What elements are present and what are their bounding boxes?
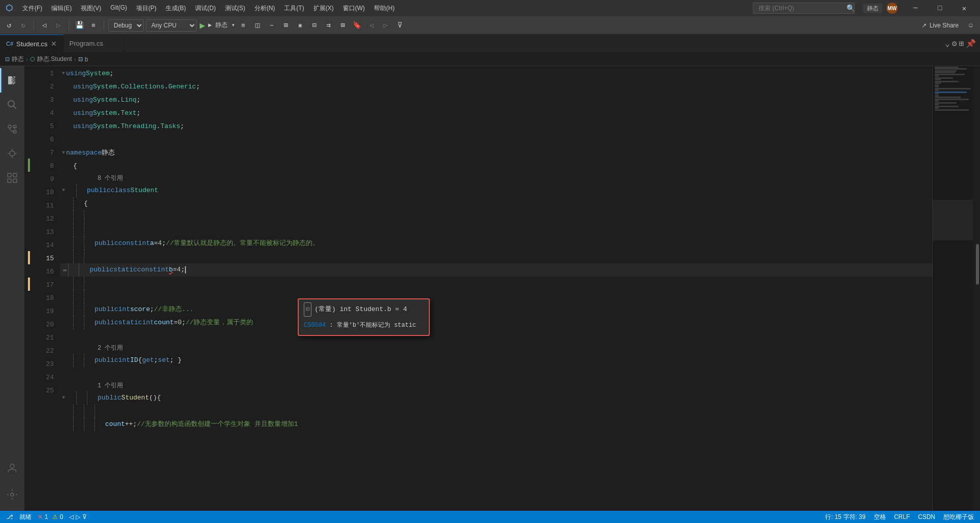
run-button[interactable]: ▶ — [200, 20, 205, 31]
menu-extensions[interactable]: 扩展(X) — [309, 2, 338, 15]
tool-btn-5[interactable]: ▣ — [294, 19, 306, 32]
tool-btn-6[interactable]: ⊟ — [308, 19, 321, 32]
ln-24[interactable]: 24 — [34, 371, 54, 384]
code-editor[interactable]: 1 2 3 4 5 6 7 8 9 10 11 12 13 14 15 16 1… — [24, 66, 980, 511]
menu-window[interactable]: 窗口(W) — [339, 2, 369, 15]
tool-btn-4[interactable]: ⊞ — [280, 19, 292, 32]
live-share-button[interactable]: ↗ Live Share — [918, 20, 963, 31]
ln-11[interactable]: 11 — [34, 199, 54, 212]
status-errors[interactable]: ✕ 1 ⚠ 0 — [38, 513, 63, 520]
fold-1[interactable]: ▼ — [62, 67, 65, 80]
redo-button[interactable]: ↻ — [17, 19, 29, 32]
ln-5[interactable]: 5 — [34, 120, 54, 133]
tool-btn-7[interactable]: ⇉ — [323, 19, 335, 32]
tool-btn-3[interactable]: ⋯ — [266, 19, 278, 32]
menu-project[interactable]: 项目(P) — [132, 2, 161, 15]
ln-21[interactable]: 21 — [34, 331, 54, 345]
menu-view[interactable]: 视图(V) — [77, 2, 105, 15]
user-avatar[interactable]: MW — [887, 3, 898, 14]
back-button[interactable]: ◁ — [38, 19, 50, 32]
minimize-button[interactable]: ─ — [904, 0, 927, 16]
fold-9[interactable]: ▼ — [62, 184, 65, 197]
status-spaces[interactable]: 空格 — [874, 513, 886, 521]
ln-9[interactable]: 9 — [34, 173, 54, 186]
menu-edit[interactable]: 编辑(E) — [47, 2, 76, 15]
menu-git[interactable]: Git(G) — [106, 2, 131, 15]
refs-22[interactable]: 1 个引用 — [98, 379, 123, 392]
bookmark-button[interactable]: 🔖 — [351, 19, 363, 32]
status-position[interactable]: 行: 15 字符: 39 — [825, 513, 865, 521]
tool-btn-1[interactable]: ⊞ — [237, 19, 249, 32]
platform-dropdown[interactable]: Any CPU — [146, 19, 197, 32]
ln-19[interactable]: 19 — [34, 305, 54, 318]
close-button[interactable]: ✕ — [953, 0, 976, 16]
minimap[interactable] — [932, 66, 973, 511]
ln-10[interactable]: 10 — [34, 186, 54, 199]
nav-prev-button[interactable]: ◁ — [365, 19, 377, 32]
run-config-label[interactable]: ▶ 静态 ▾ — [208, 21, 235, 29]
save-button[interactable]: 💾 — [73, 19, 85, 32]
ln-25[interactable]: 25 — [34, 384, 54, 397]
undo-button[interactable]: ↺ — [3, 19, 15, 32]
menu-test[interactable]: 测试(S) — [221, 2, 249, 15]
activity-search[interactable] — [0, 93, 24, 117]
maximize-button[interactable]: □ — [928, 0, 952, 16]
tab-program-cs[interactable]: Program.cs — [64, 35, 124, 52]
vertical-scrollbar[interactable] — [973, 66, 980, 511]
ln-6[interactable]: 6 — [34, 133, 54, 146]
refs-20[interactable]: 2 个引用 — [98, 342, 123, 355]
menu-tools[interactable]: 工具(T) — [280, 2, 308, 15]
debug-config-dropdown[interactable]: Debug — [108, 19, 144, 32]
search-input[interactable] — [753, 3, 855, 14]
menu-help[interactable]: 帮助(H) — [370, 2, 399, 15]
menu-build[interactable]: 生成(B) — [162, 2, 190, 15]
ln-17[interactable]: 17 — [34, 279, 54, 292]
breadcrumb-namespace[interactable]: 静态.Student — [37, 55, 72, 64]
ln-4[interactable]: 4 — [34, 107, 54, 120]
ln-23[interactable]: 23 — [34, 358, 54, 371]
scrollbar-thumb[interactable] — [976, 244, 979, 285]
status-website[interactable]: CSDN — [918, 513, 935, 520]
activity-account[interactable] — [0, 456, 24, 480]
tool-btn-8[interactable]: ⊞ — [337, 19, 349, 32]
activity-explorer[interactable] — [0, 68, 24, 93]
save-all-button[interactable]: ⊞ — [87, 19, 100, 32]
fold-23[interactable]: ▼ — [62, 391, 65, 405]
activity-settings[interactable] — [0, 482, 24, 507]
ln-2[interactable]: 2 — [34, 80, 54, 94]
breadcrumb-member[interactable]: b — [85, 56, 88, 63]
status-encoding[interactable]: CRLF — [894, 513, 910, 520]
tab-down-arrow[interactable]: ⌄ — [945, 39, 950, 49]
ln-3[interactable]: 3 — [34, 94, 54, 107]
more-tools-button[interactable]: ⊽ — [394, 19, 406, 32]
menu-file[interactable]: 文件(F) — [18, 2, 46, 15]
activity-extensions[interactable] — [0, 166, 24, 190]
status-blog[interactable]: 想吃椰子饭 — [943, 513, 974, 521]
refs-8[interactable]: 8 个引用 — [98, 172, 123, 185]
nav-next-button[interactable]: ▷ — [380, 19, 392, 32]
tab-student-cs[interactable]: C# Student.cs ✕ — [0, 35, 64, 52]
menu-debug[interactable]: 调试(D) — [191, 2, 220, 15]
forward-button[interactable]: ▷ — [52, 19, 65, 32]
tab-split-icon[interactable]: ⊞ — [959, 39, 964, 49]
ln-8[interactable]: 8 — [34, 160, 54, 173]
tab-settings-icon[interactable]: ⚙ — [952, 39, 957, 49]
menu-analyze[interactable]: 分析(N) — [250, 2, 279, 15]
ln-20[interactable]: 20 — [34, 318, 54, 331]
ln-7[interactable]: 7 — [34, 146, 54, 160]
ln-18[interactable]: 18 — [34, 292, 54, 305]
activity-debug[interactable] — [0, 141, 24, 166]
tool-btn-2[interactable]: ◫ — [251, 19, 264, 32]
ln-22[interactable]: 22 — [34, 345, 54, 358]
ln-12[interactable]: 12 — [34, 212, 54, 226]
tab-student-cs-close[interactable]: ✕ — [51, 40, 57, 47]
fold-7[interactable]: ▼ — [62, 146, 65, 160]
code-content[interactable]: ▼ using System ; using System . Collecti… — [60, 66, 932, 511]
activity-git[interactable] — [0, 117, 24, 141]
breadcrumb-file[interactable]: 静态 — [12, 55, 24, 64]
status-nav[interactable]: ◁ ▷ ⊽ — [69, 513, 87, 520]
tab-pin-icon[interactable]: 📌 — [966, 39, 976, 49]
ln-16[interactable]: 16 — [34, 265, 54, 279]
ln-13[interactable]: 13 — [34, 226, 54, 239]
ln-15[interactable]: 15 — [34, 252, 54, 265]
